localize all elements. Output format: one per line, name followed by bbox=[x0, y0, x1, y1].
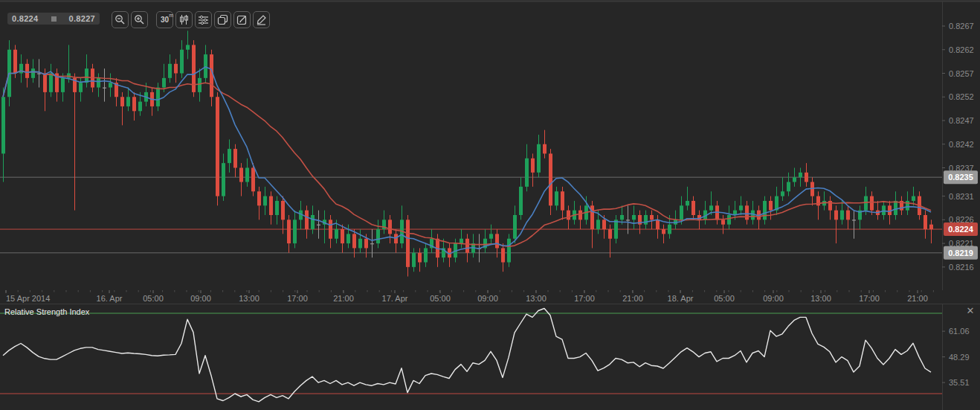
chart-svg: 0.82670.82620.82570.82520.82470.82420.82… bbox=[0, 0, 980, 410]
close-icon[interactable]: ✕ bbox=[963, 304, 978, 318]
rsi-indicator-title: Relative Strength Index bbox=[4, 307, 89, 316]
time-axis-label: 21:00 bbox=[333, 294, 354, 303]
time-axis-label: 17:00 bbox=[574, 294, 595, 303]
price-axis-tick-label: 0.8267 bbox=[949, 22, 974, 31]
level-price-badge: 0.8219 bbox=[944, 246, 978, 260]
bid-price: 0.8224 bbox=[12, 14, 38, 23]
magnifier-minus-icon bbox=[115, 14, 126, 25]
current-price-badge: 0.8224 bbox=[944, 222, 978, 236]
time-axis-label: 13:00 bbox=[810, 294, 831, 303]
time-axis-label: 09:00 bbox=[763, 294, 784, 303]
quote-box[interactable]: 0.8224 0.8227 bbox=[7, 13, 100, 25]
time-axis-label: 13:00 bbox=[526, 294, 547, 303]
time-axis-label: 21:00 bbox=[907, 294, 928, 303]
rsi-axis-tick-label: 61.06 bbox=[949, 327, 970, 336]
ask-price: 0.8227 bbox=[69, 14, 95, 23]
trading-chart-window: 0.82670.82620.82570.82520.82470.82420.82… bbox=[0, 0, 980, 410]
svg-text:0.8224: 0.8224 bbox=[948, 225, 974, 234]
time-axis-label: 17:00 bbox=[287, 294, 308, 303]
chart-background bbox=[0, 0, 980, 410]
marker-icon bbox=[256, 14, 267, 25]
svg-text:0.8235: 0.8235 bbox=[948, 173, 973, 182]
chart-type-button[interactable] bbox=[175, 11, 193, 28]
price-axis-tick-label: 0.8262 bbox=[949, 45, 974, 54]
pencil-square-icon bbox=[236, 14, 248, 25]
time-axis-label: 09:00 bbox=[190, 294, 211, 303]
price-axis-tick-label: 0.8247 bbox=[949, 116, 974, 125]
time-axis-label: 05:00 bbox=[430, 294, 451, 303]
price-axis-tick-label: 0.8231 bbox=[949, 192, 974, 201]
price-axis-tick-label: 0.8242 bbox=[949, 140, 974, 149]
zoom-out-button[interactable] bbox=[112, 11, 129, 28]
time-axis-label: 18. Apr bbox=[668, 294, 694, 303]
timeframe-button[interactable]: 30m bbox=[156, 11, 173, 28]
zoom-in-button[interactable] bbox=[131, 11, 148, 28]
copy-icon bbox=[217, 14, 228, 25]
rsi-axis-tick-label: 35.51 bbox=[949, 378, 970, 387]
spread-indicator bbox=[51, 16, 57, 22]
price-axis-tick-label: 0.8257 bbox=[949, 69, 974, 78]
svg-text:0.8219: 0.8219 bbox=[948, 249, 973, 257]
magnifier-plus-icon bbox=[134, 14, 145, 25]
indicators-button[interactable] bbox=[195, 11, 212, 28]
candlestick-icon bbox=[178, 14, 190, 25]
duplicate-button[interactable] bbox=[214, 11, 231, 28]
edit-button[interactable] bbox=[233, 11, 251, 28]
draw-button[interactable] bbox=[253, 11, 270, 28]
timeframe-30m: 30m bbox=[161, 16, 169, 24]
price-axis-tick-label: 0.8252 bbox=[949, 92, 974, 101]
level-price-badge: 0.8235 bbox=[944, 170, 978, 184]
time-axis-label: 16. Apr bbox=[97, 294, 123, 303]
time-axis-label: 17. Apr bbox=[382, 294, 408, 303]
time-axis-label: 05:00 bbox=[143, 294, 164, 303]
time-axis-label: 05:00 bbox=[714, 294, 735, 303]
time-axis-label: 21:00 bbox=[622, 294, 643, 303]
rsi-axis-tick-label: 48.29 bbox=[949, 353, 970, 362]
sliders-icon bbox=[198, 14, 209, 25]
chart-canvas[interactable]: 0.82670.82620.82570.82520.82470.82420.82… bbox=[0, 0, 980, 410]
time-axis-label: 13:00 bbox=[239, 294, 259, 303]
time-axis-label: 15 Apr 2014 bbox=[6, 294, 50, 303]
time-axis-label: 09:00 bbox=[477, 294, 498, 303]
price-axis-tick-label: 0.8216 bbox=[949, 263, 974, 272]
time-axis-label: 17:00 bbox=[859, 294, 880, 303]
